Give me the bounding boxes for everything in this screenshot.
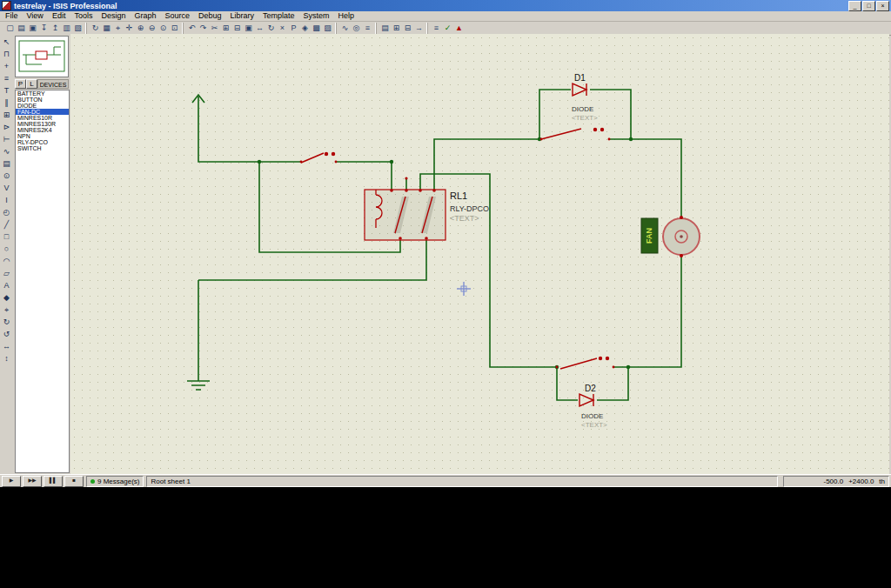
buses-icon[interactable]: ∥: [1, 97, 12, 109]
menu-graph[interactable]: Graph: [130, 11, 160, 21]
menu-file[interactable]: File: [1, 11, 23, 21]
graphics-box-icon[interactable]: □: [1, 231, 12, 243]
toggle-grid-icon[interactable]: ▦: [101, 23, 112, 34]
power-terminal[interactable]: [192, 95, 204, 106]
menu-system[interactable]: System: [299, 11, 334, 21]
import-section-icon[interactable]: ↧: [38, 23, 50, 34]
tape-recorder-icon[interactable]: ▤: [1, 158, 12, 170]
zoom-all-icon[interactable]: ⊙: [157, 23, 169, 34]
voltage-probe-icon[interactable]: V: [1, 183, 12, 194]
minimize-button[interactable]: _: [848, 1, 861, 11]
graphics-path-icon[interactable]: ▱: [1, 268, 12, 279]
device-item-npn[interactable]: NPN: [16, 133, 69, 139]
copy-icon[interactable]: ⊞: [220, 23, 231, 34]
save-file-icon[interactable]: ▣: [27, 23, 38, 34]
x-mirror-icon[interactable]: ↔: [1, 341, 12, 352]
text-script-icon[interactable]: T: [1, 85, 12, 97]
stop-button[interactable]: ■: [64, 476, 84, 487]
fan-motor[interactable]: FAN: [641, 216, 700, 257]
open-file-icon[interactable]: ▤: [16, 23, 27, 34]
device-item-diode[interactable]: DIODE: [16, 103, 69, 109]
switch-3[interactable]: [556, 357, 615, 369]
ground-terminal[interactable]: [187, 381, 210, 390]
title-bar[interactable]: testrelay - ISIS Professional _ □ ×: [0, 0, 891, 11]
pick-parts-button[interactable]: P: [15, 79, 26, 89]
bill-of-materials-icon[interactable]: ≡: [431, 23, 442, 34]
pan-icon[interactable]: ✛: [124, 23, 135, 34]
new-sheet-icon[interactable]: ⊞: [391, 23, 402, 34]
menu-view[interactable]: View: [23, 11, 48, 21]
cut-icon[interactable]: ✂: [209, 23, 220, 34]
step-button[interactable]: ▶▶: [23, 476, 42, 487]
device-item-switch[interactable]: SWITCH: [16, 145, 69, 151]
rotate-clockwise-icon[interactable]: ↻: [1, 317, 12, 328]
graphics-text-icon[interactable]: A: [1, 280, 12, 291]
relay-rl1[interactable]: [365, 177, 446, 240]
mark-output-area-icon[interactable]: ▧: [72, 23, 84, 34]
device-list[interactable]: BATTERYBUTTONDIODEFAN-DCMINRES10RMINRES1…: [15, 90, 70, 473]
device-item-minres130r[interactable]: MINRES130R: [16, 121, 69, 127]
export-section-icon[interactable]: ↥: [50, 23, 61, 34]
wire-label-icon[interactable]: ≡: [1, 73, 12, 84]
make-device-icon[interactable]: ◈: [299, 23, 311, 34]
virtual-instruments-icon[interactable]: ◴: [1, 207, 12, 218]
menu-debug[interactable]: Debug: [194, 11, 226, 21]
close-button[interactable]: ×: [876, 1, 889, 11]
junction-dot-icon[interactable]: +: [1, 61, 12, 72]
redraw-icon[interactable]: ↻: [90, 23, 101, 34]
print-icon[interactable]: ▥: [61, 23, 72, 34]
graph-mode-icon[interactable]: ∿: [1, 146, 12, 157]
rotate-anticlockwise-icon[interactable]: ↺: [1, 329, 12, 340]
graphics-line-icon[interactable]: ╱: [1, 219, 12, 231]
device-item-minres10r[interactable]: MINRES10R: [16, 115, 69, 121]
menu-help[interactable]: Help: [334, 11, 359, 21]
graphics-arc-icon[interactable]: ◠: [1, 256, 12, 267]
paste-icon[interactable]: ⊟: [231, 23, 243, 34]
device-item-rly-dpco[interactable]: RLY-DPCO: [16, 139, 69, 145]
device-pins-icon[interactable]: ⊢: [1, 134, 12, 145]
property-assignment-icon[interactable]: ≡: [362, 23, 373, 34]
graphics-circle-icon[interactable]: ○: [1, 244, 12, 255]
search-tag-icon[interactable]: ◎: [351, 23, 362, 34]
wire-autorouter-icon[interactable]: ∿: [339, 23, 351, 34]
goto-sheet-icon[interactable]: →: [413, 23, 425, 34]
new-file-icon[interactable]: ▢: [4, 23, 16, 34]
pause-button[interactable]: ▌▌: [44, 476, 63, 487]
remove-sheet-icon[interactable]: ⊟: [402, 23, 413, 34]
diode-d2[interactable]: [579, 394, 593, 406]
zoom-area-icon[interactable]: ⊡: [169, 23, 180, 34]
current-probe-icon[interactable]: I: [1, 195, 12, 206]
y-mirror-icon[interactable]: ↕: [1, 353, 12, 364]
false-origin-icon[interactable]: ⌖: [112, 23, 124, 34]
component-mode-icon[interactable]: ⊓: [1, 49, 12, 60]
device-item-fan-dc[interactable]: FAN-DC: [16, 109, 69, 115]
block-move-icon[interactable]: ↔: [254, 23, 265, 34]
menu-tools[interactable]: Tools: [70, 11, 97, 21]
subcircuit-icon[interactable]: ⊞: [1, 110, 12, 121]
device-item-button[interactable]: BUTTON: [16, 97, 69, 103]
menu-edit[interactable]: Edit: [48, 11, 70, 21]
packaging-tool-icon[interactable]: ▩: [311, 23, 322, 34]
generators-icon[interactable]: ⊙: [1, 170, 12, 182]
selection-pointer-icon[interactable]: ↖: [1, 37, 12, 48]
pick-device-icon[interactable]: P: [288, 23, 299, 34]
menu-template[interactable]: Template: [258, 11, 299, 21]
graphics-symbol-icon[interactable]: ◆: [1, 292, 12, 304]
block-rotate-icon[interactable]: ↻: [265, 23, 277, 34]
message-cell[interactable]: 9 Message(s): [86, 476, 144, 487]
menu-library[interactable]: Library: [226, 11, 259, 21]
netlist-to-ares-icon[interactable]: ▲: [453, 23, 465, 34]
schematic-canvas[interactable]: D1 DIODE <TEXT> D2 DIODE <TEXT>: [70, 34, 889, 475]
zoom-in-icon[interactable]: ⊕: [135, 23, 146, 34]
device-item-minres2k4[interactable]: MINRES2K4: [16, 127, 69, 133]
terminals-icon[interactable]: ⊳: [1, 122, 12, 133]
device-item-battery[interactable]: BATTERY: [16, 90, 69, 97]
switch-1[interactable]: [300, 152, 338, 164]
design-explorer-icon[interactable]: ▤: [379, 23, 391, 34]
electrical-rule-check-icon[interactable]: ✓: [442, 23, 453, 34]
block-copy-icon[interactable]: ▣: [243, 23, 254, 34]
zoom-out-icon[interactable]: ⊖: [146, 23, 157, 34]
redo-icon[interactable]: ↷: [198, 23, 209, 34]
library-button[interactable]: L: [26, 79, 37, 89]
graphics-markers-icon[interactable]: ⌖: [1, 304, 12, 316]
